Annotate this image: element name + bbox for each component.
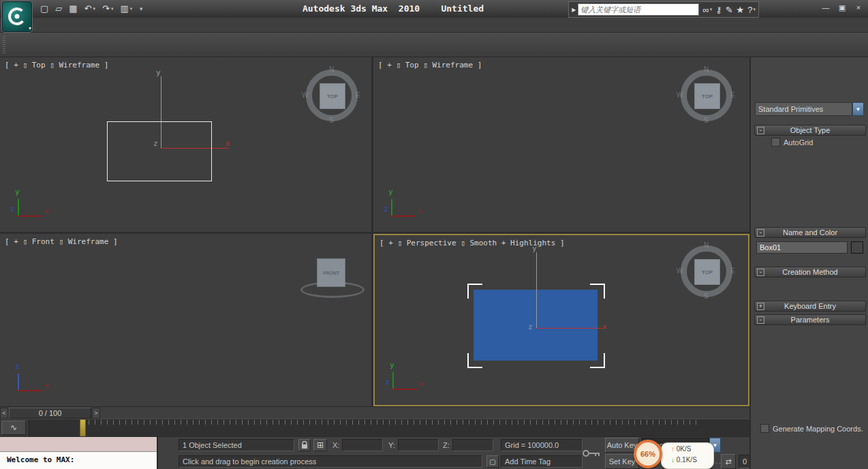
object-name-field[interactable]: Box01 [756,241,848,254]
box-object[interactable] [474,290,598,361]
y-coord-field[interactable] [398,439,439,451]
object-color-swatch[interactable] [851,241,863,254]
close-button[interactable]: × [853,3,864,14]
chevron-down-icon[interactable]: ▾ [111,6,114,12]
viewcube-top-face[interactable]: TOP [320,83,345,109]
search-input[interactable] [578,3,699,16]
viewport-perspective-active[interactable]: [ + ▯ Perspective ▯ Smooth + Highlights … [373,234,749,406]
application-menu-button[interactable]: ▾ [1,1,33,33]
selection-bracket [467,284,482,299]
compass-north: N [704,241,709,249]
chevron-down-icon[interactable]: ▾ [753,7,756,12]
collapse-icon[interactable]: + [757,303,764,310]
next-frame-arrow[interactable]: > [92,408,100,419]
compass-west: W [677,91,683,99]
grid-size-display: Grid = 100000.0 [501,439,583,451]
rollout-parameters[interactable]: - Parameters [754,314,866,325]
status-bar: Welcome to MAX: 1 Object Selected ⊞ X: Y… [0,436,868,469]
viewport-top-left[interactable]: [ + ▯ Top ▯ Wireframe ] y x z N S W E TO… [0,57,371,232]
chevron-down-icon[interactable]: ▾ [710,7,713,12]
viewcube[interactable]: N S W E TOP [306,70,358,121]
set-key-mode-toggle[interactable] [580,444,602,463]
restore-button[interactable]: ▣ [837,3,848,14]
compass-north: N [329,65,334,73]
key-icon [582,449,601,458]
viewport-front[interactable]: [ + ▯ Front ▯ Wireframe ] FRONT z x [0,234,371,406]
communication-pen-button[interactable]: ✎ [726,5,733,15]
new-file-icon: ▢ [40,2,48,16]
box-wireframe[interactable] [107,121,212,181]
chevron-down-icon[interactable]: ▾ [130,6,133,12]
selection-lock-toggle[interactable] [298,439,311,451]
new-file-button[interactable]: ▢ [38,2,50,16]
3dsmax-window: Autodesk 3ds Max 2010 Untitled ▢▱▦↶▾↷▾▥▾… [0,0,868,469]
viewcube[interactable]: FRONT [305,258,356,310]
chevron-down-icon[interactable]: ▾ [93,6,96,12]
communication-key-button[interactable]: ⚷ [715,5,722,15]
collapse-icon[interactable]: - [757,316,764,324]
overlay-percent-badge[interactable]: 66% [634,440,662,468]
viewport-area: [ + ▯ Top ▯ Wireframe ] y x z N S W E TO… [0,57,749,406]
absolute-mode-toggle[interactable]: ⊞ [313,439,327,451]
favorites-star-button[interactable]: ★ [737,5,745,15]
autogrid-checkbox[interactable] [771,138,780,147]
viewcube-top-face[interactable]: TOP [694,83,720,109]
mini-curve-editor-button[interactable]: ∿ [1,421,26,435]
macro-recorder-pane[interactable] [0,437,157,452]
collapse-icon[interactable]: - [757,127,764,134]
viewcube[interactable]: N S W E TOP [681,70,732,121]
rollout-creation-method[interactable]: - Creation Method [754,267,866,277]
time-slider[interactable]: 0 / 100 [9,408,91,419]
compass-east: E [356,91,360,99]
undo-button[interactable]: ↶▾ [82,2,97,16]
toolbar-overflow-icon[interactable]: ▼ [138,6,144,12]
viewport-label[interactable]: [ + ▯ Top ▯ Wireframe ] [5,61,108,70]
viewport-label[interactable]: [ + ▯ Front ▯ Wireframe ] [5,237,118,246]
search-prompt-arrow-icon[interactable]: ▶ [572,7,576,13]
previous-frame-arrow[interactable]: < [0,408,8,419]
generate-mapping-label: Generate Mapping Coords. [773,425,863,433]
redo-button[interactable]: ↷▾ [100,2,115,16]
y-axis-label: y [532,244,537,253]
viewport-top-right[interactable]: [ + ▯ Top ▯ Wireframe ] N S W E TOP y x … [373,57,749,232]
time-slider-row: < 0 / 100 > [0,406,749,419]
overlay-more-button[interactable]: ··· [713,459,722,467]
collapse-icon[interactable]: - [757,229,764,237]
rollout-object-type[interactable]: - Object Type [754,125,866,136]
x-axis-line [536,328,602,329]
x-coord-field[interactable] [342,439,383,451]
chevron-down-icon[interactable]: ▼ [852,102,864,116]
save-file-button[interactable]: ▦ [67,2,79,16]
generate-mapping-checkbox[interactable] [760,424,769,433]
isolate-toggle[interactable]: ▢ [486,455,499,468]
viewport-label[interactable]: [ + ▯ Top ▯ Wireframe ] [378,61,482,70]
rollout-name-and-color[interactable]: - Name and Color [754,227,866,238]
maxscript-mini-listener[interactable]: Welcome to MAX: [0,437,158,469]
viewcube[interactable]: N S W E TOP [681,245,732,297]
favorites-star-icon: ★ [737,5,745,15]
collapse-icon[interactable]: - [757,269,764,276]
rollout-keyboard-entry[interactable]: + Keyboard Entry [754,301,866,312]
track-bar-ruler[interactable] [29,419,749,437]
help-button[interactable]: ?▾ [747,5,756,15]
x-axis-label: x [602,322,607,331]
search-binoculars-button[interactable]: ∞▾ [702,5,712,15]
net-speed-overlay[interactable]: ↑ 0K/S ↓ 0.1K/S ··· 66% [634,440,722,469]
viewcube-top-face[interactable]: TOP [694,259,720,285]
listener-pane[interactable]: Welcome to MAX: [0,452,157,469]
viewcube-compass-ring[interactable] [300,282,365,298]
undo-icon: ↶ [84,2,92,16]
toolbar-grip[interactable] [3,36,5,54]
key-mode-toggle[interactable]: ⇄ [721,454,736,469]
add-time-tag[interactable]: Add Time Tag [501,455,583,468]
world-axis-tripod: z x [11,364,49,399]
minimize-button[interactable]: — [820,3,831,14]
project-folder-icon: ▥ [120,2,128,16]
frame-indicator[interactable] [80,419,86,437]
selection-bracket [467,353,482,368]
primitive-type-dropdown[interactable]: Standard Primitives ▼ [755,102,864,116]
help-icon: ? [747,5,752,15]
z-coord-field[interactable] [452,439,493,451]
project-folder-button[interactable]: ▥▾ [118,2,134,16]
open-file-button[interactable]: ▱ [53,2,64,16]
